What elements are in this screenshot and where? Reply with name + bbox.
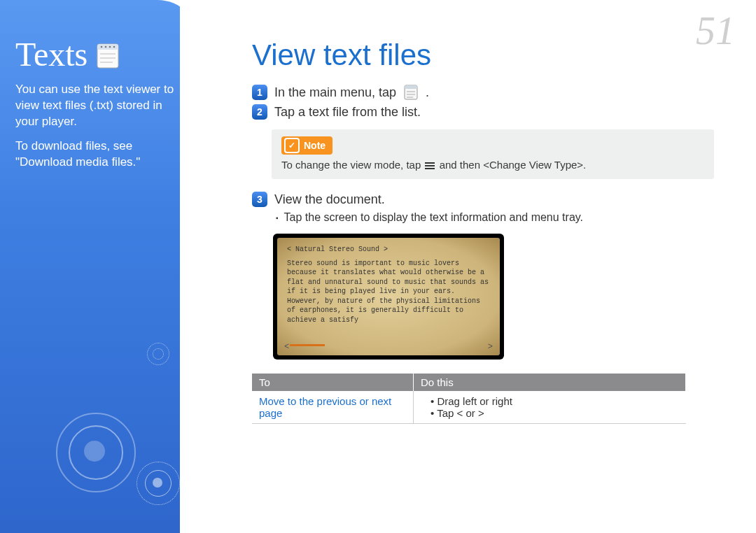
step-badge-3: 3	[252, 192, 267, 207]
table-header-row: To Do this	[252, 374, 686, 391]
sidebar: Texts You can use the text viewer to vie…	[0, 0, 200, 533]
note-text: To change the view mode, tap and then <C…	[281, 159, 704, 171]
step-3-text: View the document.	[274, 192, 385, 207]
svg-rect-1	[97, 44, 118, 50]
sidebar-intro: You can use the text viewer to view text…	[0, 73, 189, 130]
svg-point-3	[105, 45, 107, 48]
step-1: 1 In the main menu, tap .	[252, 85, 714, 100]
page-title: View text files	[252, 38, 714, 72]
table-row: Move to the previous or next page Drag l…	[252, 391, 686, 424]
preview-header: < Natural Stereo Sound >	[287, 245, 490, 255]
do-item-2: Tap < or >	[430, 407, 679, 419]
do-item-1: Drag left or right	[430, 395, 679, 407]
main-content: View text files 1 In the main menu, tap …	[252, 38, 714, 424]
step-1-text-suffix: .	[426, 85, 429, 100]
col-do-this: Do this	[414, 374, 686, 391]
preview-body: Stereo sound is important to music lover…	[287, 259, 490, 325]
sidebar-title: Texts	[15, 35, 88, 73]
col-to: To	[252, 374, 414, 391]
note-label: Note	[304, 140, 326, 151]
notepad-icon	[93, 40, 122, 69]
menu-icon	[425, 162, 435, 169]
parchment-area: < Natural Stereo Sound > Stereo sound is…	[277, 238, 500, 355]
cell-do: Drag left or right Tap < or >	[414, 391, 686, 424]
svg-point-4	[109, 45, 111, 48]
step-3-bullet: Tap the screen to display the text infor…	[276, 211, 714, 224]
step-badge-2: 2	[252, 104, 267, 120]
text-viewer-preview: < Natural Stereo Sound > Stereo sound is…	[273, 234, 504, 360]
note-text-prefix: To change the view mode, tap	[281, 159, 421, 171]
preview-next: >	[488, 341, 493, 353]
note-check-icon: ✓	[284, 138, 300, 153]
step-badge-1: 1	[252, 85, 267, 100]
texts-app-icon	[403, 85, 419, 100]
note-text-suffix: and then <Change View Type>.	[440, 159, 587, 171]
svg-rect-10	[405, 85, 417, 89]
step-3: 3 View the document.	[252, 192, 714, 207]
svg-point-2	[101, 45, 103, 48]
sidebar-title-row: Texts	[0, 0, 200, 73]
cell-to: Move to the previous or next page	[252, 391, 414, 424]
note-pill: ✓ Note	[281, 136, 332, 155]
step-2: 2 Tap a text file from the list.	[252, 104, 714, 120]
actions-table: To Do this Move to the previous or next …	[252, 374, 686, 424]
preview-prev: <	[284, 341, 289, 353]
sidebar-download-note: To download files, see "Download media f…	[0, 130, 189, 171]
note-box: ✓ Note To change the view mode, tap and …	[272, 129, 714, 179]
step-1-text-prefix: In the main menu, tap	[274, 85, 396, 100]
svg-point-5	[113, 45, 115, 48]
step-2-text: Tap a text file from the list.	[274, 105, 421, 120]
